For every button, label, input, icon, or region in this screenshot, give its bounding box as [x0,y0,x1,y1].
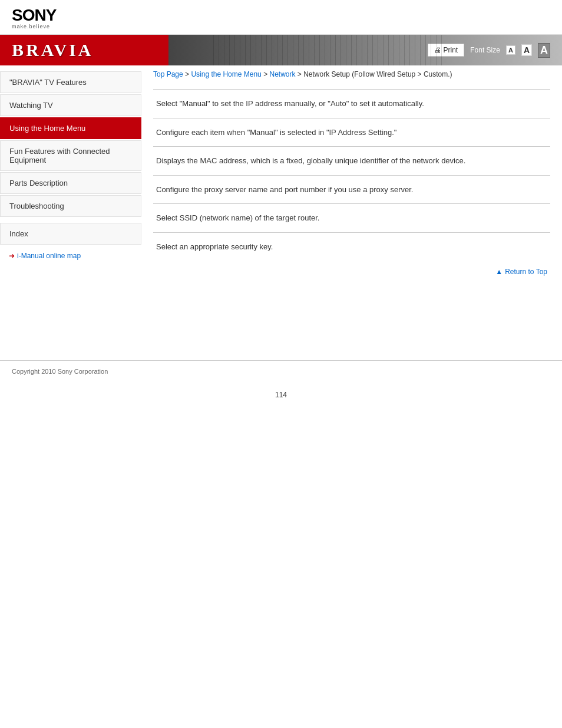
return-to-top-link[interactable]: ▲ Return to Top [495,268,547,276]
breadcrumb: Top Page > Using the Home Menu > Network… [153,65,550,83]
sidebar: "BRAVIA" TV Features Watching TV Using t… [0,65,141,360]
content-row-5: Select SSID (network name) of the target… [153,203,550,232]
content-row-3: Displays the MAC address, which is a fix… [153,146,550,175]
imanual-link[interactable]: ➜ i-Manual online map [0,246,141,266]
breadcrumb-current: Network Setup (Follow Wired Setup > Cust… [303,70,452,78]
arrow-icon: ➜ [9,252,15,260]
print-icon: 🖨 [434,46,441,54]
sidebar-item-watching-tv[interactable]: Watching TV [0,94,141,116]
sony-wordmark: SONY [12,7,550,24]
bravia-banner: BRAVIA 🖨 Print Font Size A A A [0,35,562,65]
page-number: 114 [0,382,562,408]
page-footer: Copyright 2010 Sony Corporation [0,360,562,382]
sony-tagline: make.believe [12,24,550,29]
copyright-text: Copyright 2010 Sony Corporation [12,368,108,375]
breadcrumb-sep3: > [297,70,303,78]
content-row-6: Select an appropriate security key. [153,232,550,261]
breadcrumb-top-page[interactable]: Top Page [153,70,183,78]
breadcrumb-network[interactable]: Network [269,70,295,78]
banner-controls: 🖨 Print Font Size A A A [428,43,550,58]
triangle-icon: ▲ [495,268,503,276]
main-layout: "BRAVIA" TV Features Watching TV Using t… [0,65,562,360]
print-button[interactable]: 🖨 Print [428,44,465,57]
sidebar-item-using-home-menu[interactable]: Using the Home Menu [0,117,141,139]
content-row-1: Select "Manual" to set the IP address ma… [153,89,550,118]
sidebar-item-parts-description[interactable]: Parts Description [0,172,141,194]
breadcrumb-home-menu[interactable]: Using the Home Menu [191,70,261,78]
font-size-small-button[interactable]: A [506,45,515,55]
font-size-label: Font Size [470,46,500,54]
sidebar-item-fun-features[interactable]: Fun Features with Connected Equipment [0,140,141,171]
sidebar-item-index[interactable]: Index [0,223,141,245]
bravia-title: BRAVIA [12,40,93,60]
return-to-top: ▲ Return to Top [153,261,550,283]
content-row-4: Configure the proxy server name and port… [153,175,550,204]
font-size-medium-button[interactable]: A [521,44,532,56]
breadcrumb-sep2: > [263,70,269,78]
content-area: Top Page > Using the Home Menu > Network… [141,65,562,360]
font-size-large-button[interactable]: A [538,43,550,58]
content-row-2: Configure each item when "Manual" is sel… [153,118,550,147]
sidebar-item-troubleshooting[interactable]: Troubleshooting [0,195,141,217]
breadcrumb-sep1: > [185,70,191,78]
sony-logo: SONY make.believe [12,7,550,29]
page-header: SONY make.believe [0,0,562,35]
sidebar-item-bravia-features[interactable]: "BRAVIA" TV Features [0,71,141,93]
